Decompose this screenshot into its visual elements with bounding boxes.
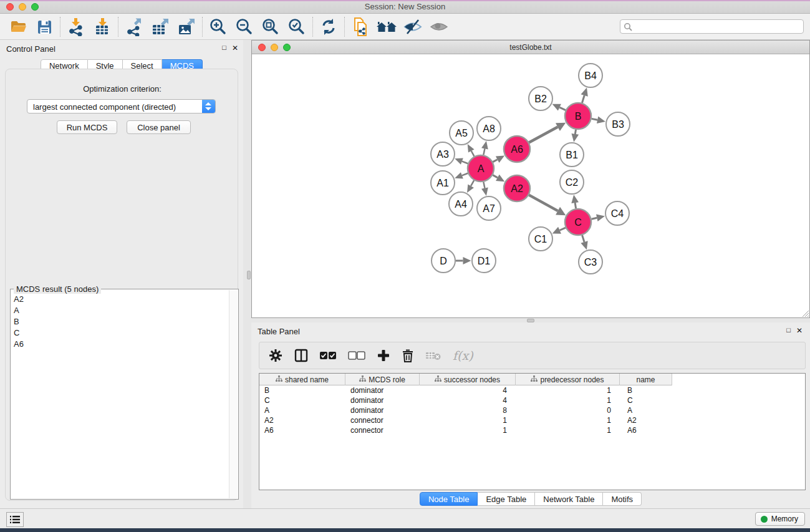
resize-grip-icon[interactable] (801, 309, 809, 317)
result-item[interactable]: A (11, 304, 227, 316)
column-header-MCDS-role[interactable]: MCDS role (345, 374, 420, 385)
table-row[interactable]: A2connector11A2 (259, 415, 672, 425)
desktop-vscroll-thumb[interactable] (247, 271, 251, 279)
table-cell: 1 (420, 425, 516, 435)
edge-A-A6[interactable] (493, 160, 497, 162)
edge-C-C3[interactable] (582, 235, 584, 242)
arrowhead-icon (455, 158, 463, 165)
table-row[interactable]: Bdominator41B (259, 385, 672, 395)
network-graph[interactable]: B4B2BB3A8A5A6A3B1AA1C2A2A4A7C4CC1C3DD1 (252, 54, 809, 318)
home-icon[interactable] (374, 16, 400, 38)
memory-button[interactable]: Memory (755, 512, 805, 526)
select-all-icon[interactable] (319, 351, 337, 360)
run-mcds-button[interactable]: Run MCDS (57, 120, 117, 134)
table-tab-node-table[interactable]: Node Table (420, 492, 478, 506)
zoom-out-icon[interactable] (231, 16, 258, 38)
list-icon (9, 515, 21, 525)
node-label-C4: C4 (611, 208, 624, 219)
table-row[interactable]: Cdominator41C (259, 395, 672, 405)
edge-A-A4[interactable] (471, 180, 474, 186)
select-stepper-icon (202, 100, 215, 113)
edge-A-A7[interactable] (483, 182, 485, 188)
zoom-selected-icon[interactable] (284, 16, 310, 38)
edge-A6-B[interactable] (529, 127, 557, 143)
table-cell: A (259, 405, 345, 415)
edge-C-C4[interactable] (591, 218, 597, 219)
export-image-icon[interactable] (173, 16, 200, 38)
edge-A-A2[interactable] (493, 175, 498, 178)
close-table-panel-icon[interactable]: ✕ (796, 326, 803, 335)
edge-B-B4[interactable] (582, 95, 584, 103)
edge-A-A3[interactable] (462, 162, 468, 164)
node-label-D: D (440, 256, 447, 266)
refresh-icon[interactable] (316, 16, 342, 38)
import-network-icon[interactable] (63, 16, 89, 38)
open-folder-icon[interactable] (5, 16, 31, 38)
search-field[interactable] (620, 19, 804, 34)
column-header-shared-name[interactable]: shared name (259, 374, 345, 385)
close-panel-button[interactable]: Close panel (127, 120, 191, 134)
node-label-B4: B4 (584, 70, 597, 81)
column-header-successor-nodes[interactable]: successor nodes (420, 374, 516, 385)
result-item[interactable]: B (11, 316, 227, 327)
zoom-in-icon[interactable] (205, 16, 231, 38)
float-table-panel-icon[interactable]: □ (786, 326, 791, 335)
table-cell: 4 (420, 395, 516, 405)
deselect-all-icon[interactable] (348, 351, 365, 360)
table-cell: 1 (516, 385, 620, 395)
hide-detail-icon[interactable] (400, 16, 426, 38)
close-panel-icon[interactable]: ✕ (232, 44, 238, 52)
delete-icon[interactable] (402, 348, 414, 363)
node-label-D1: D1 (478, 256, 491, 266)
node-label-A5: A5 (455, 128, 468, 138)
table-row[interactable]: A6connector11A6 (259, 425, 672, 435)
column-header-name[interactable]: name (620, 374, 672, 385)
import-table-icon[interactable] (89, 16, 115, 38)
edge-A2-C[interactable] (529, 195, 557, 211)
search-icon (624, 22, 633, 32)
edge-A-A8[interactable] (483, 148, 485, 155)
result-item[interactable]: A2 (11, 293, 227, 304)
zoom-fit-icon[interactable] (258, 16, 284, 38)
gear-icon[interactable] (268, 348, 283, 363)
edge-B-B3[interactable] (592, 118, 598, 120)
edge-A-A1[interactable] (462, 173, 468, 176)
save-icon[interactable] (31, 16, 57, 38)
eye-icon[interactable] (426, 16, 452, 38)
table-cell: connector (345, 415, 420, 425)
search-input[interactable] (635, 21, 799, 32)
table-toolbar: f(x) (259, 342, 806, 369)
result-scrollbar[interactable] (229, 290, 238, 498)
table-tab-motifs[interactable]: Motifs (603, 492, 642, 506)
arrowhead-icon (572, 133, 579, 142)
float-panel-icon[interactable]: □ (222, 44, 226, 52)
arrowhead-icon (455, 172, 463, 178)
column-table-icon[interactable] (294, 348, 308, 363)
edge-B-B1[interactable] (575, 130, 576, 134)
edge-B-B2[interactable] (559, 107, 566, 110)
edge-C-C2[interactable] (575, 203, 576, 208)
task-history-button[interactable] (6, 512, 24, 527)
node-label-A3: A3 (436, 149, 449, 160)
edge-C-C1[interactable] (560, 228, 566, 230)
add-icon[interactable] (377, 349, 390, 362)
network-view-window: testGlobe.txt B4B2BB3A8A5A6A3B1AA1C2A2A4… (251, 40, 810, 318)
table-tab-edge-table[interactable]: Edge Table (478, 492, 535, 506)
export-network-icon[interactable] (121, 16, 147, 38)
network-window-titlebar[interactable]: testGlobe.txt (252, 41, 809, 54)
edge-A-A5[interactable] (471, 151, 475, 157)
status-bar: Memory (0, 508, 810, 528)
result-item[interactable]: C (11, 327, 227, 338)
node-label-C: C (574, 217, 582, 228)
export-table-icon[interactable] (147, 16, 173, 38)
result-item[interactable]: A6 (11, 338, 227, 349)
optimization-criterion-select[interactable]: largest connected component (directed) (27, 99, 216, 114)
control-panel: Control Panel □ ✕ NetworkStyleSelectMCDS… (0, 40, 243, 508)
clone-network-icon[interactable] (347, 16, 374, 38)
node-table: shared nameMCDS rolesuccessor nodesprede… (259, 373, 806, 490)
mcds-result-list: A2ABCA6 (11, 293, 227, 498)
table-tab-network-table[interactable]: Network Table (535, 492, 603, 506)
table-cell: B (620, 385, 672, 395)
column-header-predecessor-nodes[interactable]: predecessor nodes (516, 374, 620, 385)
table-row[interactable]: Adominator80A (259, 405, 672, 415)
